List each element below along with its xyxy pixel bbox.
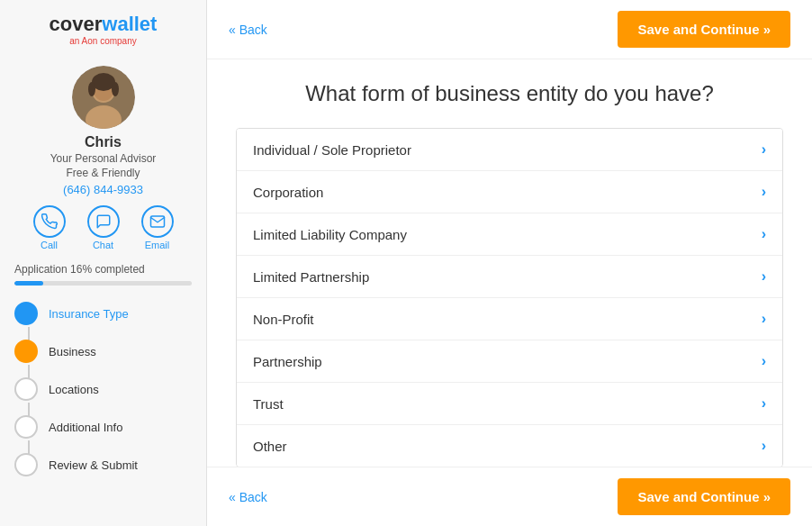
chevron-icon-5: ›: [762, 353, 766, 369]
option-limited-partnership[interactable]: Limited Partnership ›: [237, 256, 782, 298]
email-icon: [141, 205, 174, 238]
chevron-icon-6: ›: [762, 395, 766, 412]
advisor-availability: Free & Friendly: [66, 167, 140, 179]
chevron-icon-3: ›: [762, 268, 766, 285]
step-insurance-type[interactable]: Insurance Type: [11, 295, 195, 332]
avatar-image: [72, 66, 135, 129]
step-label-additional: Additional Info: [49, 421, 122, 434]
contact-icons: Call Chat Email: [33, 205, 174, 250]
option-label-4: Non-Profit: [253, 312, 314, 327]
option-label-0: Individual / Sole Proprietor: [253, 142, 411, 158]
call-label: Call: [41, 240, 58, 250]
option-label-7: Other: [253, 439, 287, 454]
option-non-profit[interactable]: Non-Profit ›: [237, 298, 782, 340]
option-label-2: Limited Liability Company: [253, 227, 407, 242]
chat-button[interactable]: Chat: [87, 205, 120, 250]
step-label-business: Business: [49, 345, 96, 358]
chevron-icon-2: ›: [762, 226, 766, 242]
progress-label: Application 16% completed: [14, 263, 192, 276]
advisor-phone[interactable]: (646) 844-9933: [63, 183, 143, 196]
content-area: What form of business entity do you have…: [207, 59, 812, 467]
advisor-name: Chris: [85, 134, 122, 150]
call-button[interactable]: Call: [33, 205, 66, 250]
step-additional-info[interactable]: Additional Info: [11, 408, 195, 446]
progress-section: Application 16% completed: [0, 263, 206, 286]
option-partnership[interactable]: Partnership ›: [237, 340, 782, 383]
step-review-submit[interactable]: Review & Submit: [11, 446, 195, 484]
save-continue-button-bottom[interactable]: Save and Continue »: [618, 478, 790, 515]
logo-wallet: wallet: [102, 13, 157, 35]
svg-point-5: [88, 82, 95, 96]
avatar: [72, 66, 135, 129]
step-dot-insurance: [14, 302, 38, 325]
advisor-title: Your Personal Advisor: [50, 152, 157, 165]
svg-point-6: [112, 82, 119, 96]
option-llc[interactable]: Limited Liability Company ›: [237, 213, 782, 256]
option-corporation[interactable]: Corporation ›: [237, 171, 782, 213]
options-list: Individual / Sole Proprietor › Corporati…: [236, 128, 783, 467]
chevron-icon-0: ›: [762, 141, 766, 158]
chevron-icon-7: ›: [762, 438, 766, 454]
step-dot-review: [14, 453, 38, 476]
option-other[interactable]: Other ›: [237, 425, 782, 467]
option-label-6: Trust: [253, 396, 284, 412]
main-content: « Back Save and Continue » What form of …: [207, 0, 812, 526]
logo-aon: an Aon company: [69, 36, 137, 46]
bottom-bar: « Back Save and Continue »: [207, 467, 812, 526]
logo: coverwallet: [50, 14, 158, 34]
step-label-review: Review & Submit: [49, 458, 138, 472]
option-label-3: Limited Partnership: [253, 269, 369, 285]
logo-cover: cover: [50, 13, 103, 35]
chevron-icon-4: ›: [762, 311, 766, 327]
step-dot-business: [14, 340, 38, 363]
option-trust[interactable]: Trust ›: [237, 383, 782, 425]
step-locations[interactable]: Locations: [11, 370, 195, 408]
save-continue-button-top[interactable]: Save and Continue »: [618, 11, 790, 48]
option-sole-proprietor[interactable]: Individual / Sole Proprietor ›: [237, 129, 782, 171]
email-button[interactable]: Email: [141, 205, 174, 250]
top-bar: « Back Save and Continue »: [207, 0, 812, 59]
option-label-5: Partnership: [253, 354, 322, 369]
progress-fill: [14, 281, 43, 286]
chat-icon: [87, 205, 120, 238]
step-dot-locations: [14, 377, 38, 401]
step-label-locations: Locations: [49, 383, 99, 396]
email-label: Email: [145, 240, 170, 250]
logo-area: coverwallet an Aon company: [50, 14, 158, 46]
page-title: What form of business entity do you have…: [236, 81, 783, 106]
back-link-bottom[interactable]: « Back: [229, 490, 267, 504]
step-dot-additional: [14, 415, 38, 439]
call-icon: [33, 205, 66, 238]
step-business[interactable]: Business: [11, 332, 195, 370]
chevron-icon-1: ›: [762, 184, 766, 200]
chat-label: Chat: [93, 240, 113, 250]
sidebar: coverwallet an Aon company Chris Your Pe…: [0, 0, 207, 526]
steps-list: Insurance Type Business Locations Additi…: [0, 295, 206, 484]
progress-bar: [14, 281, 192, 286]
back-link-top[interactable]: « Back: [229, 23, 267, 37]
step-label-insurance: Insurance Type: [49, 307, 129, 321]
option-label-1: Corporation: [253, 185, 323, 200]
